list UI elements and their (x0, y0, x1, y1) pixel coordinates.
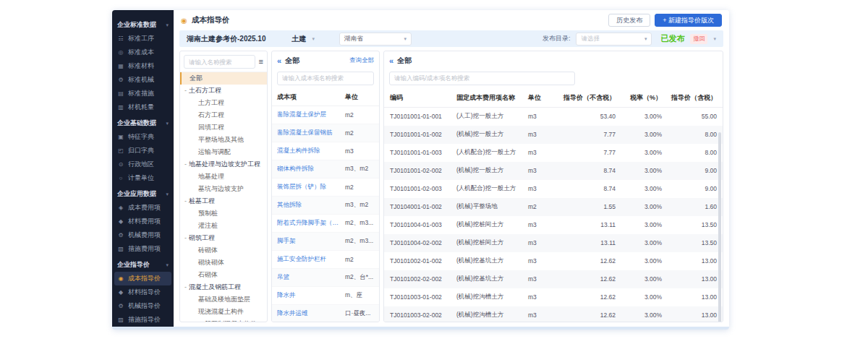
cell-unit: m3 (528, 275, 561, 283)
cost-item-row[interactable]: 降水井 m、座 (272, 287, 379, 305)
sidebar-item[interactable]: ▤ 标准措施 (112, 87, 174, 100)
cost-item-row[interactable]: 脚手架 m2、m3... (272, 233, 379, 251)
cost-item-link[interactable]: 装饰层拆（铲）除 (277, 183, 345, 192)
sidebar-item[interactable]: ◉ 成本指导价 (114, 272, 171, 285)
tree-item[interactable]: 石砌体 (180, 269, 267, 281)
tree-item[interactable]: 一般预制混凝土构件 (180, 318, 267, 322)
tree-item[interactable]: 回填工程 (180, 121, 267, 134)
scrollbar[interactable] (718, 132, 721, 322)
sidebar-item[interactable]: 企业基础数据 ▾ (112, 116, 174, 130)
cost-item-link[interactable]: 混凝土构件拆除 (277, 147, 345, 155)
table-row[interactable]: TJ0101003-02-002 (机械)挖沟槽土方 m3 12.62 3.00… (384, 306, 723, 323)
sidebar-item[interactable]: 企业指导价 ▾ (112, 258, 174, 272)
back-icon[interactable]: « (277, 57, 281, 65)
cost-item-row[interactable]: 凿除混凝土保护层 m2 (272, 106, 379, 124)
cost-item-search-input[interactable] (277, 72, 374, 85)
query-all-link[interactable]: 查询全部 (349, 56, 374, 65)
sidebar-item-label: 措施指导价 (128, 315, 161, 324)
sidebar-item[interactable]: ☷ 标准工序 (112, 32, 174, 46)
table-row[interactable]: TJ0101001-01-003 (人机配合)挖一般土方 m3 7.77 3.0… (384, 144, 723, 162)
tree-item[interactable]: 平整场地及其他 (180, 134, 267, 146)
trade-selector[interactable]: 土建 (292, 34, 306, 44)
tree-item[interactable]: 全部 (180, 72, 267, 85)
tree-item[interactable]: -砌筑工程 (180, 232, 267, 244)
table-row[interactable]: TJ0104001-01-002 (机械)平整场地 m2 1.55 3.00% … (384, 198, 723, 216)
cost-item-row[interactable]: 降水井运维 口·昼夜... (272, 305, 379, 323)
table-row[interactable]: TJ0101001-02-003 (人机配合)挖一般土方 m3 8.74 3.0… (384, 180, 723, 198)
table-row[interactable]: TJ0101001-01-001 (人工)挖一般土方 m3 53.40 3.00… (384, 108, 723, 126)
tree-item[interactable]: 基础及楼地面垫层 (180, 293, 267, 306)
sidebar: 企业标准数据 ▾ ☷ 标准工序 ◎ 标准成本 ▦ 标准材料 ⚙ (112, 10, 174, 327)
cost-item-link[interactable]: 凿除混凝土保护层 (277, 111, 345, 119)
cost-item-row[interactable]: 砌体构件拆除 m3、m2 (272, 160, 379, 179)
sidebar-item[interactable]: ◆ 材料费用项 (112, 215, 174, 228)
publish-dir-select[interactable]: 请选择 ▾ (576, 33, 652, 46)
sidebar-item[interactable]: ▧ 措施费用项 (112, 242, 174, 256)
sidebar-item[interactable]: ▦ 标准材料 (112, 59, 174, 73)
sidebar-item[interactable]: 企业应用数据 ▾ (112, 187, 174, 201)
table-row[interactable]: TJ0101003-01-002 (机械)挖沟槽土方 m3 12.62 3.00… (384, 288, 723, 306)
cost-item-row[interactable]: 其他拆除 m3、m2 (272, 197, 379, 215)
cost-item-link[interactable]: 降水井运维 (277, 309, 345, 318)
version-name: 湖南土建参考价-2025.10 (187, 34, 265, 44)
sidebar-item[interactable]: ⚙ 机械指导价 (112, 299, 174, 313)
cost-item-link[interactable]: 脚手架 (277, 237, 345, 246)
history-publish-button[interactable]: 历史发布 (608, 14, 650, 27)
tree-item[interactable]: -地基处理与边坡支护工程 (180, 158, 267, 171)
cost-item-link[interactable]: 砌体构件拆除 (277, 165, 345, 173)
cost-item-link[interactable]: 其他拆除 (277, 201, 345, 210)
tree-item[interactable]: 基坑与边坡支护 (180, 183, 267, 195)
table-row[interactable]: TJ0101004-01-003 (机械)挖桩间土方 m3 13.11 3.00… (384, 216, 723, 234)
new-version-button[interactable]: + 新建指导价版次 (655, 14, 722, 27)
cost-item-row[interactable]: 混凝土构件拆除 m3 (272, 142, 379, 160)
sidebar-item[interactable]: ▥ 材机耗量 (112, 100, 174, 114)
category-tree: 全部 -土石方工程 土方工程 石方工程 (180, 72, 267, 322)
tree-item[interactable]: 砖砌体 (180, 244, 267, 257)
menu-icon[interactable]: ≡ (259, 58, 263, 66)
tree-item[interactable]: -桩基工程 (180, 195, 267, 207)
cost-item-row[interactable]: 凿除混凝土保留钢筋 m2 (272, 124, 379, 142)
sidebar-item[interactable]: ▨ 措施指导价 (112, 313, 174, 327)
sidebar-item[interactable]: 企业标准数据 ▾ (112, 18, 174, 32)
sidebar-item[interactable]: ▣ 特征字典 (112, 130, 174, 144)
cell-price-inc-tax: 13.50 (662, 221, 717, 228)
tree-search-input[interactable] (184, 55, 255, 69)
region-select[interactable]: 湖南省 ▾ (339, 33, 412, 46)
sidebar-item[interactable]: ◰ 归口字典 (112, 144, 174, 158)
table-row[interactable]: TJ0101002-02-002 (机械)挖基坑土方 m3 12.62 3.00… (384, 270, 723, 288)
table-row[interactable]: TJ0101001-02-002 (机械)挖一般土方 m3 8.74 3.00%… (384, 162, 723, 180)
table-row[interactable]: TJ0101004-02-002 (机械)挖桩间土方 m3 13.11 3.00… (384, 234, 723, 252)
tree-item[interactable]: 土方工程 (180, 97, 267, 109)
sidebar-item[interactable]: ⚙ 机械费用项 (112, 228, 174, 242)
sidebar-item[interactable]: ⊙ 行政地区 (112, 158, 174, 171)
table-row[interactable]: TJ0101001-01-002 (机械)挖一般土方 m3 7.77 3.00%… (384, 126, 723, 144)
sidebar-item[interactable]: ◈ 成本费用项 (112, 201, 174, 215)
tree-item[interactable]: 砌块砌体 (180, 257, 267, 269)
tree-item[interactable]: 预制桩 (180, 207, 267, 220)
tree-item[interactable]: 现浇混凝土构件 (180, 306, 267, 318)
table-row[interactable]: TJ0101002-01-002 (机械)挖基坑土方 m3 12.62 3.00… (384, 252, 723, 270)
sidebar-item[interactable]: ⚙ 标准机械 (112, 73, 174, 87)
tree-item[interactable]: 运输与调配 (180, 146, 267, 158)
cost-item-row[interactable]: 吊篮 m2、台*... (272, 269, 379, 287)
cost-item-link[interactable]: 降水井 (277, 291, 345, 300)
cost-item-link[interactable]: 凿除混凝土保留钢筋 (277, 129, 345, 137)
cell-price-ex-tax: 7.77 (561, 149, 616, 156)
cost-item-link[interactable]: 施工安全防护栏杆 (277, 255, 345, 264)
tree-item[interactable]: -混凝土及钢筋工程 (180, 281, 267, 293)
tree-item[interactable]: 石方工程 (180, 109, 267, 121)
back-icon[interactable]: « (389, 57, 393, 65)
tree-item[interactable]: 地基处理 (180, 171, 267, 183)
cost-item-row[interactable]: 附着式升降脚手架（爬架） m2、m3... (272, 215, 379, 233)
sidebar-item[interactable]: ◎ 标准成本 (112, 46, 174, 59)
cost-item-link[interactable]: 吊篮 (277, 273, 345, 282)
cost-item-row[interactable]: 装饰层拆（铲）除 m2 (272, 179, 379, 197)
cost-item-link[interactable]: 附着式升降脚手架（爬架） (277, 219, 345, 228)
cost-item-row[interactable]: 施工安全防护栏杆 m2 (272, 251, 379, 269)
detail-search-input[interactable] (389, 72, 575, 85)
tree-item[interactable]: 灌注桩 (180, 220, 267, 232)
sidebar-item[interactable]: ○ 计量单位 (112, 171, 174, 185)
sidebar-item[interactable]: ◆ 材料指导价 (112, 285, 174, 299)
revoke-button[interactable]: 撤回 (690, 34, 707, 44)
tree-item[interactable]: -土石方工程 (180, 85, 267, 97)
